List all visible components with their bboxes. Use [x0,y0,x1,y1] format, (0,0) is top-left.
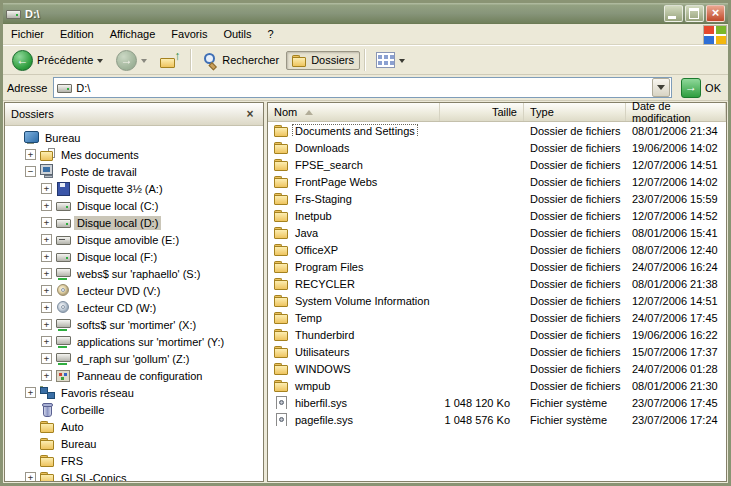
tree-item[interactable]: +Mes documents [5,146,263,163]
file-row[interactable]: Program FilesDossier de fichiers24/07/20… [268,258,726,275]
file-row[interactable]: Documents and SettingsDossier de fichier… [268,122,726,139]
local-drive-icon [56,216,71,229]
file-row[interactable]: JavaDossier de fichiers08/01/2006 15:41 [268,224,726,241]
tree-item[interactable]: Bureau [5,129,263,146]
file-name-cell: FPSE_search [268,158,440,171]
column-header-name[interactable]: Nom [268,103,440,121]
expand-icon[interactable]: + [41,336,52,347]
file-row[interactable]: ThunderbirdDossier de fichiers19/06/2006… [268,326,726,343]
go-button[interactable]: OK [678,78,724,98]
tree-item[interactable]: +Disquette 3½ (A:) [5,180,263,197]
folders-button[interactable]: Dossiers [286,51,360,70]
search-icon [202,52,218,68]
close-button[interactable] [706,5,725,22]
file-row[interactable]: RECYCLERDossier de fichiers08/01/2006 21… [268,275,726,292]
file-row[interactable]: wmpubDossier de fichiers08/01/2006 21:30 [268,377,726,394]
file-row[interactable]: FPSE_searchDossier de fichiers12/07/2006… [268,156,726,173]
tree-item[interactable]: +d_raph sur 'gollum' (Z:) [5,350,263,367]
tree-item[interactable]: +Disque local (C:) [5,197,263,214]
tree-item-label: webs$ sur 'raphaello' (S:) [74,267,203,281]
tree-item[interactable]: +webs$ sur 'raphaello' (S:) [5,265,263,282]
file-date-cell: 08/01/2006 21:34 [626,125,726,137]
tree-item[interactable]: +Lecteur DVD (V:) [5,282,263,299]
network-drive-icon [56,335,71,348]
tree-item[interactable]: Corbeille [5,401,263,418]
menu-item-1[interactable]: Edition [52,24,102,44]
file-row[interactable]: OfficeXPDossier de fichiers08/07/2006 12… [268,241,726,258]
file-row[interactable]: DownloadsDossier de fichiers19/06/2006 1… [268,139,726,156]
menu-item-5[interactable]: ? [260,24,282,44]
maximize-button[interactable] [685,5,704,22]
folder-icon [274,209,289,222]
expand-icon[interactable]: + [41,217,52,228]
tree-item[interactable]: +Disque local (F:) [5,248,263,265]
tree-item[interactable]: FRS [5,452,263,469]
menu-item-4[interactable]: Outils [215,24,259,44]
expand-icon[interactable]: + [41,370,52,381]
expand-icon[interactable]: + [41,319,52,330]
expand-icon[interactable]: + [25,472,36,481]
forward-dropdown-icon[interactable] [141,59,147,66]
file-row[interactable]: TempDossier de fichiers24/07/2006 17:45 [268,309,726,326]
file-name-label: pagefile.sys [293,414,355,426]
tree-item-label: applications sur 'mortimer' (Y:) [74,335,227,349]
tree-item[interactable]: +Disque amovible (E:) [5,231,263,248]
tree-item[interactable]: −Poste de travail [5,163,263,180]
file-row[interactable]: pagefile.sys1 048 576 KoFichier système2… [268,411,726,428]
views-dropdown-icon[interactable] [399,59,405,66]
minimize-button[interactable] [664,5,683,22]
file-row[interactable]: FrontPage WebsDossier de fichiers12/07/2… [268,173,726,190]
back-dropdown-icon[interactable] [97,59,103,66]
file-date-cell: 08/01/2006 21:30 [626,380,726,392]
menu-item-3[interactable]: Favoris [163,24,215,44]
address-dropdown-button[interactable] [652,78,670,97]
up-button[interactable] [154,49,186,72]
column-header-size[interactable]: Taille [440,103,524,121]
file-row[interactable]: Frs-StagingDossier de fichiers23/07/2006… [268,190,726,207]
back-label: Précédente [37,54,93,66]
column-header-date[interactable]: Date de modification [626,103,726,121]
folders-pane-close-button[interactable] [243,107,257,121]
expand-icon[interactable]: + [41,251,52,262]
tree-item[interactable]: +softs$ sur 'mortimer' (X:) [5,316,263,333]
tree-item[interactable]: Bureau [5,435,263,452]
file-name-label: RECYCLER [293,278,357,290]
menu-items: FichierEditionAffichageFavorisOutils? [3,24,703,44]
expand-icon[interactable]: + [41,200,52,211]
collapse-icon[interactable]: − [25,166,36,177]
expand-icon[interactable]: + [41,268,52,279]
expand-icon[interactable]: + [41,302,52,313]
folder-icon [274,192,289,205]
tree-item[interactable]: Auto [5,418,263,435]
search-button[interactable]: Rechercher [196,49,285,71]
column-header-label: Taille [492,106,517,118]
menu-item-2[interactable]: Affichage [102,24,164,44]
dvd-drive-icon [56,284,71,297]
expand-icon[interactable]: + [25,149,36,160]
file-row[interactable]: WINDOWSDossier de fichiers24/07/2006 01:… [268,360,726,377]
file-row[interactable]: UtilisateursDossier de fichiers15/07/200… [268,343,726,360]
expand-icon[interactable]: + [41,353,52,364]
expand-icon[interactable]: + [41,285,52,296]
file-row[interactable]: InetpubDossier de fichiers12/07/2006 14:… [268,207,726,224]
column-header-type[interactable]: Type [524,103,626,121]
tree-item[interactable]: +GLSL-Conics [5,469,263,481]
folder-icon [274,294,289,307]
back-button[interactable]: Précédente [6,47,109,74]
file-row[interactable]: System Volume InformationDossier de fich… [268,292,726,309]
expand-icon[interactable]: + [25,387,36,398]
tree-item[interactable]: +Panneau de configuration [5,367,263,384]
file-row[interactable]: hiberfil.sys1 048 120 KoFichier système2… [268,394,726,411]
tree-item[interactable]: +Favoris réseau [5,384,263,401]
expand-icon[interactable]: + [41,234,52,245]
file-name-cell: System Volume Information [268,294,440,307]
tree-item[interactable]: +Lecteur CD (W:) [5,299,263,316]
expand-icon[interactable]: + [41,183,52,194]
tree-item[interactable]: +applications sur 'mortimer' (Y:) [5,333,263,350]
tree-item[interactable]: +Disque local (D:) [5,214,263,231]
views-button[interactable] [370,49,411,71]
tree-item-label: Disque local (F:) [74,250,160,264]
forward-button[interactable] [110,47,153,74]
address-input[interactable]: D:\ [53,77,672,98]
menu-item-0[interactable]: Fichier [3,24,52,44]
